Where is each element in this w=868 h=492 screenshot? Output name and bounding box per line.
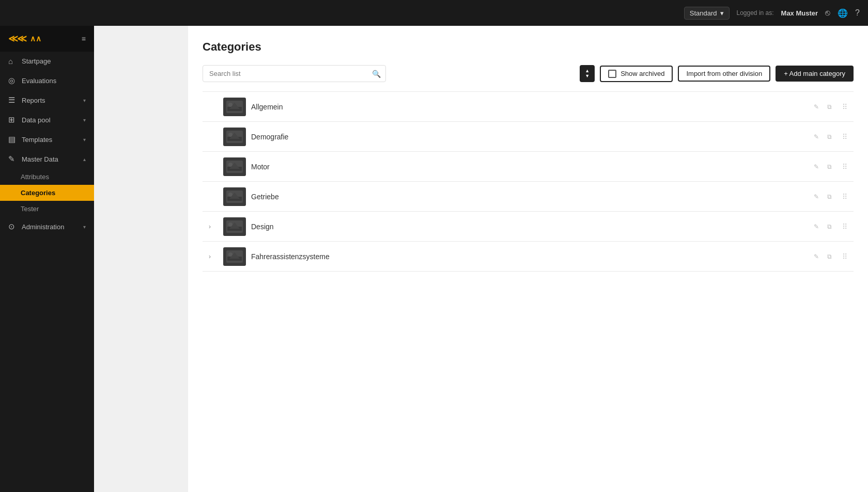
sidebar-item-templates[interactable]: ▤ Templates ▾ [0, 130, 94, 149]
logo-text: ∧∧ [30, 34, 41, 43]
sidebar-item-datapool[interactable]: ⊞ Data pool ▾ [0, 110, 94, 130]
edit-icon[interactable]: ✎ [812, 132, 821, 141]
edit-icon[interactable]: ✎ [812, 192, 821, 201]
edit-icon[interactable]: ✎ [812, 252, 821, 261]
category-row: › Allgemein✎⧉⠿ [203, 92, 854, 122]
expand-chevron-icon[interactable]: › [209, 223, 218, 230]
sidebar-item-label: Master Data [22, 155, 58, 163]
sidebar-item-evaluations[interactable]: ◎ Evaluations [0, 71, 94, 90]
category-row: › Getriebe✎⧉⠿ [203, 182, 854, 212]
category-actions: ✎⧉⠿ [812, 222, 847, 231]
sidebar-item-tester[interactable]: Tester [0, 201, 94, 217]
add-main-label: + Add main category [784, 70, 845, 77]
sidebar-item-reports[interactable]: ☰ Reports ▾ [0, 90, 94, 110]
category-row: › Demografie✎⧉⠿ [203, 122, 854, 152]
drag-handle-icon[interactable]: ⠿ [842, 103, 847, 111]
edit-icon[interactable]: ✎ [812, 222, 821, 231]
templates-icon: ▤ [8, 135, 17, 144]
sidebar: ≪≪ ∧∧ ≡ ⌂ Startpage ◎ Evaluations ☰ Repo… [0, 26, 94, 492]
chevron-up-icon: ▴ [83, 156, 86, 162]
search-input[interactable] [203, 65, 386, 82]
drag-handle-icon[interactable]: ⠿ [842, 133, 847, 141]
dropdown-chevron-icon: ▾ [720, 9, 724, 17]
drag-handle-icon[interactable]: ⠿ [842, 223, 847, 231]
edit-icon[interactable]: ✎ [812, 102, 821, 112]
checkbox-icon [608, 70, 616, 78]
category-actions: ✎⧉⠿ [812, 192, 847, 201]
sidebar-item-label: Templates [22, 136, 52, 144]
sidebar-item-administration[interactable]: ⊙ Administration ▾ [0, 217, 94, 236]
expand-chevron-icon[interactable]: › [209, 253, 218, 260]
category-thumbnail [223, 157, 246, 176]
import-button[interactable]: Import from other division [678, 66, 770, 82]
reports-icon: ☰ [8, 96, 17, 105]
sort-button[interactable]: ▲ ▼ [580, 65, 595, 82]
sort-down-icon: ▼ [585, 74, 590, 78]
copy-icon[interactable]: ⧉ [825, 222, 834, 231]
copy-icon[interactable]: ⧉ [825, 192, 834, 201]
home-icon: ⌂ [8, 57, 17, 66]
drag-handle-icon[interactable]: ⠿ [842, 252, 847, 261]
drag-handle-icon[interactable]: ⠿ [842, 163, 847, 171]
sidebar-item-attributes[interactable]: Attributes [0, 169, 94, 185]
category-thumbnail [223, 247, 246, 266]
toolbar: 🔍 ▲ ▼ Show archived Import from other di… [203, 65, 854, 82]
sidebar-footer: Team●wareSOLUTIONS [0, 489, 94, 492]
category-thumbnail [223, 98, 246, 116]
standard-label: Standard [690, 9, 717, 17]
chevron-down-icon: ▾ [83, 98, 86, 103]
copy-icon[interactable]: ⧉ [825, 252, 834, 261]
sidebar-subitem-label: Tester [21, 205, 39, 213]
add-main-category-button[interactable]: + Add main category [776, 66, 854, 82]
sidebar-subitem-label: Attributes [21, 173, 49, 181]
category-name: Demografie [251, 133, 807, 141]
sidebar-item-label: Evaluations [22, 77, 56, 85]
chevron-down-icon: ▾ [83, 137, 86, 142]
category-name: Design [251, 223, 807, 231]
category-thumbnail [223, 187, 246, 206]
logo-chevrons-icon: ≪≪ [8, 33, 26, 44]
sidebar-item-startpage[interactable]: ⌂ Startpage [0, 52, 94, 71]
category-actions: ✎⧉⠿ [812, 162, 847, 171]
sidebar-item-label: Startpage [22, 57, 51, 65]
show-archived-label: Show archived [621, 70, 664, 77]
drag-handle-icon[interactable]: ⠿ [842, 193, 847, 201]
page-title: Categories [203, 40, 854, 54]
copy-icon[interactable]: ⧉ [825, 102, 834, 112]
help-icon[interactable]: ? [855, 8, 860, 18]
sidebar-item-categories[interactable]: Categories [0, 185, 94, 201]
topbar: Standard ▾ Logged in as: Max Muster ⎋ 🌐 … [0, 0, 868, 26]
chevron-down-icon: ▾ [83, 117, 86, 123]
show-archived-button[interactable]: Show archived [600, 66, 673, 82]
sidebar-item-label: Reports [22, 97, 45, 104]
chevron-down-icon: ▾ [83, 224, 86, 230]
search-icon[interactable]: 🔍 [372, 70, 381, 78]
category-name: Allgemein [251, 103, 807, 111]
logout-icon[interactable]: ⎋ [825, 8, 830, 18]
sidebar-header: ≪≪ ∧∧ ≡ [0, 26, 94, 52]
category-row: › Fahrerassistenzsysteme✎⧉⠿ [203, 242, 854, 272]
logged-in-label: Logged in as: [737, 9, 774, 17]
category-thumbnail [223, 217, 246, 236]
category-list: › Allgemein✎⧉⠿› Demografie✎⧉⠿› Motor✎⧉⠿›… [203, 91, 854, 272]
evaluations-icon: ◎ [8, 76, 17, 85]
edit-icon[interactable]: ✎ [812, 162, 821, 171]
category-thumbnail [223, 128, 246, 146]
logo: ≪≪ ∧∧ [8, 33, 41, 44]
category-row: › Motor✎⧉⠿ [203, 152, 854, 182]
copy-icon[interactable]: ⧉ [825, 132, 834, 141]
sidebar-item-label: Data pool [22, 116, 51, 124]
sidebar-toggle-icon[interactable]: ≡ [82, 35, 86, 43]
category-name: Fahrerassistenzsysteme [251, 252, 807, 261]
datapool-icon: ⊞ [8, 115, 17, 124]
copy-icon[interactable]: ⧉ [825, 162, 834, 171]
category-row: › Design✎⧉⠿ [203, 212, 854, 242]
category-name: Motor [251, 163, 807, 171]
sort-up-icon: ▲ [585, 69, 590, 73]
globe-icon[interactable]: 🌐 [838, 8, 848, 18]
import-label: Import from other division [686, 70, 762, 77]
masterdata-icon: ✎ [8, 154, 17, 164]
standard-dropdown[interactable]: Standard ▾ [684, 7, 730, 20]
sidebar-item-label: Administration [22, 223, 64, 231]
sidebar-item-masterdata[interactable]: ✎ Master Data ▴ [0, 149, 94, 169]
